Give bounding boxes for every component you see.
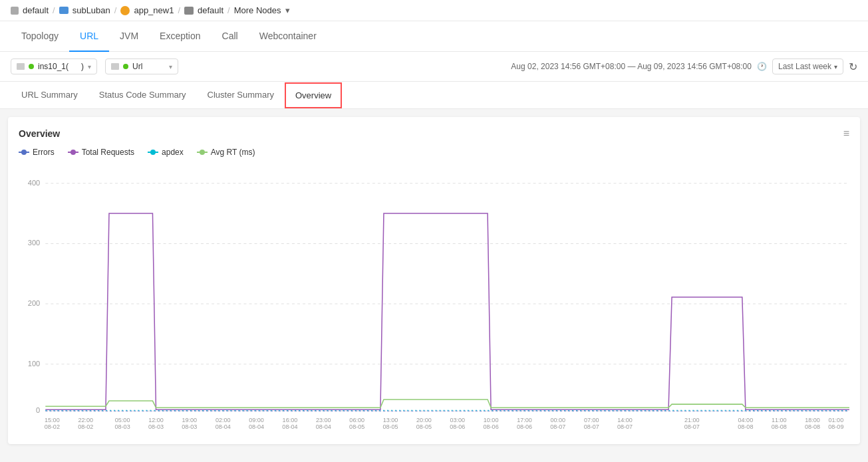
subtab-cluster-summary[interactable]: Cluster Summary	[197, 82, 285, 109]
breadcrumb-sep-2: /	[114, 5, 117, 15]
time-period-selector[interactable]: Last Last week ▾	[772, 58, 843, 74]
svg-text:17:00: 17:00	[517, 417, 532, 423]
tab-jvm[interactable]: JVM	[109, 21, 149, 52]
url-selector[interactable]: Url ▾	[105, 58, 178, 74]
svg-text:12:00: 12:00	[148, 417, 164, 423]
tab-topology[interactable]: Topology	[11, 21, 69, 52]
svg-text:01:00: 01:00	[829, 417, 844, 423]
breadcrumb-calendar-icon	[184, 7, 194, 15]
svg-text:23:00: 23:00	[316, 417, 331, 423]
svg-text:300: 300	[28, 239, 40, 247]
breadcrumb-app-new1[interactable]: app_new1	[134, 5, 174, 15]
svg-text:22:00: 22:00	[78, 417, 93, 423]
svg-text:06:00: 06:00	[349, 417, 364, 423]
svg-text:20:00: 20:00	[416, 417, 432, 423]
subtab-overview[interactable]: Overview	[285, 82, 342, 108]
svg-text:08-04: 08-04	[249, 423, 264, 430]
breadcrumb-default2[interactable]: default	[198, 5, 223, 15]
tab-exception[interactable]: Exception	[149, 21, 211, 52]
svg-text:00:00: 00:00	[551, 417, 566, 423]
tab-call[interactable]: Call	[212, 21, 249, 52]
svg-text:08-07: 08-07	[550, 423, 565, 430]
svg-text:21:00: 21:00	[684, 417, 700, 423]
breadcrumb: default / subLuban / app_new1 / default …	[0, 0, 868, 21]
breadcrumb-app-icon	[120, 6, 130, 15]
svg-text:08-03: 08-03	[115, 423, 130, 430]
svg-text:08-03: 08-03	[148, 423, 164, 430]
svg-text:08-02: 08-02	[78, 423, 93, 430]
svg-text:08-08: 08-08	[772, 423, 787, 430]
subtab-status-code-summary[interactable]: Status Code Summary	[88, 82, 197, 109]
time-period-arrow: ▾	[834, 63, 837, 70]
svg-text:04:00: 04:00	[738, 417, 754, 423]
svg-text:200: 200	[28, 299, 40, 307]
breadcrumb-folder-icon	[59, 7, 69, 14]
svg-text:14:00: 14:00	[617, 417, 633, 423]
svg-text:08-07: 08-07	[684, 423, 700, 430]
tab-url[interactable]: URL	[69, 21, 109, 52]
legend-apdex-label: apdex	[162, 148, 184, 157]
svg-text:08-07: 08-07	[617, 423, 633, 430]
chart-title: Overview	[19, 128, 60, 139]
instance-text: ins10_1(	[38, 62, 77, 71]
clock-icon: 🕐	[757, 62, 767, 71]
svg-text:08-06: 08-06	[517, 423, 532, 430]
toolbar: ins10_1( ) ▾ Url ▾ Aug 02, 2023 14:56 GM…	[0, 52, 868, 82]
time-range: Aug 02, 2023 14:56 GMT+08:00 — Aug 09, 2…	[511, 58, 857, 74]
legend-total-requests[interactable]: Total Requests	[68, 148, 134, 157]
subtabs: URL Summary Status Code Summary Cluster …	[0, 82, 868, 109]
instance-dot	[29, 64, 34, 69]
svg-text:19:00: 19:00	[182, 417, 198, 423]
main-tabs: Topology URL JVM Exception Call Webconta…	[0, 21, 868, 52]
subtab-url-summary[interactable]: URL Summary	[11, 82, 88, 109]
legend-errors[interactable]: Errors	[19, 148, 55, 157]
instance-suffix: )	[81, 62, 84, 71]
svg-text:100: 100	[28, 360, 40, 368]
url-dot	[123, 64, 128, 69]
breadcrumb-sep-3: /	[178, 5, 180, 15]
svg-text:08-04: 08-04	[316, 423, 331, 430]
legend-total-requests-label: Total Requests	[82, 148, 134, 157]
svg-text:07:00: 07:00	[584, 417, 599, 423]
legend-apdex[interactable]: apdex	[148, 148, 184, 157]
tab-webcontainer[interactable]: Webcontainer	[249, 21, 327, 52]
svg-text:16:00: 16:00	[283, 417, 298, 423]
svg-text:05:00: 05:00	[115, 417, 130, 423]
svg-text:08-02: 08-02	[45, 423, 60, 430]
chart-svg: 400 300 200 100 0	[19, 168, 849, 433]
svg-text:15:00: 15:00	[45, 417, 60, 423]
legend-avg-rt[interactable]: Avg RT (ms)	[197, 148, 255, 157]
svg-text:08-09: 08-09	[828, 423, 843, 430]
svg-text:09:00: 09:00	[249, 417, 264, 423]
svg-text:08-05: 08-05	[349, 423, 364, 430]
svg-text:11:00: 11:00	[772, 417, 787, 423]
breadcrumb-dropdown-icon[interactable]: ▾	[285, 5, 290, 15]
svg-text:08-06: 08-06	[484, 423, 499, 430]
instance-selector[interactable]: ins10_1( ) ▾	[11, 58, 97, 74]
chart-menu-icon[interactable]: ≡	[843, 128, 849, 140]
url-selector-icon	[111, 63, 119, 70]
breadcrumb-more-nodes[interactable]: More Nodes	[234, 5, 281, 15]
chart-area: 400 300 200 100 0	[19, 168, 849, 433]
url-arrow: ▾	[169, 63, 172, 70]
instance-selector-icon	[17, 63, 25, 70]
svg-text:03:00: 03:00	[450, 417, 465, 423]
breadcrumb-icon-default	[11, 7, 19, 15]
svg-text:400: 400	[28, 179, 40, 187]
chart-container: Overview ≡ Errors Total Requests apdex	[8, 117, 860, 444]
breadcrumb-subluban[interactable]: subLuban	[72, 5, 110, 15]
svg-text:08-08: 08-08	[738, 423, 753, 430]
svg-text:08-05: 08-05	[382, 423, 398, 430]
url-text: Url	[132, 62, 165, 71]
svg-text:0: 0	[36, 406, 40, 414]
svg-text:08-07: 08-07	[584, 423, 599, 430]
svg-text:08-04: 08-04	[216, 423, 231, 430]
chart-header: Overview ≡	[19, 128, 849, 140]
refresh-button[interactable]: ↻	[849, 60, 857, 73]
svg-text:08-03: 08-03	[182, 423, 197, 430]
svg-text:18:00: 18:00	[805, 417, 820, 423]
breadcrumb-default[interactable]: default	[23, 5, 49, 15]
svg-text:02:00: 02:00	[216, 417, 231, 423]
legend-errors-label: Errors	[33, 148, 55, 157]
svg-text:08-08: 08-08	[805, 423, 820, 430]
